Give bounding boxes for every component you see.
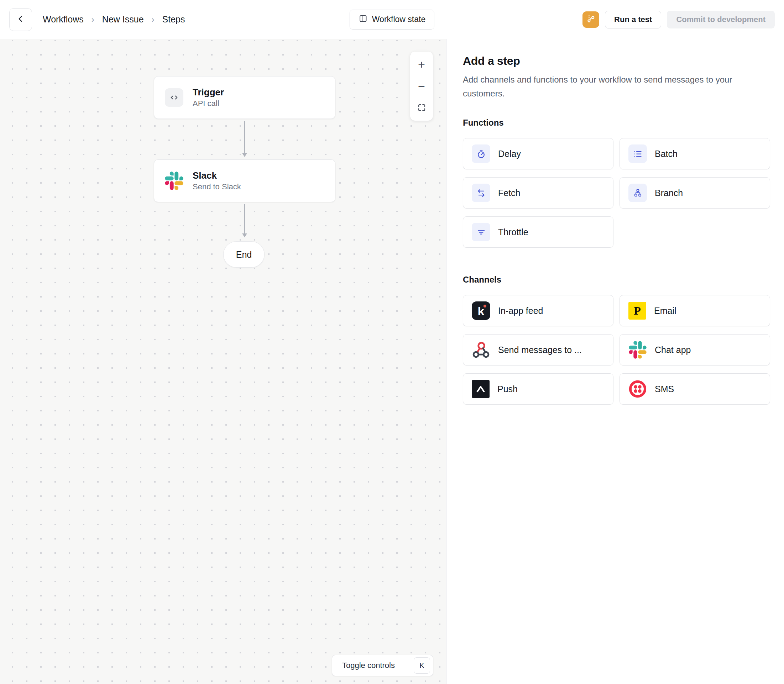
step-card-label: Branch <box>655 188 683 198</box>
topbar: Workflows › New Issue › Steps Workflow s… <box>0 0 784 39</box>
run-test-button[interactable]: Run a test <box>605 11 661 29</box>
step-card-fetch[interactable]: Fetch <box>463 177 613 208</box>
fit-view-button[interactable] <box>410 97 433 118</box>
functions-grid: Delay Batch Fetch <box>463 138 771 248</box>
functions-header: Functions <box>463 118 771 128</box>
step-card-batch[interactable]: Batch <box>619 138 770 169</box>
expo-icon <box>472 380 490 398</box>
filter-lines-icon <box>472 223 490 241</box>
node-text: Slack Send to Slack <box>192 169 241 192</box>
step-card-chat-app[interactable]: Chat app <box>619 334 770 366</box>
node-slack[interactable]: Slack Send to Slack <box>154 160 335 202</box>
main: Trigger API call Slack Send to Slack <box>0 39 784 684</box>
step-card-label: Batch <box>655 149 677 159</box>
connector-arrow <box>244 121 245 153</box>
org-branch-icon <box>629 184 647 202</box>
connector-arrow <box>244 204 245 234</box>
keyboard-shortcut-badge: K <box>414 657 430 674</box>
toggle-controls-button[interactable]: Toggle controls K <box>332 655 433 676</box>
topbar-actions: Run a test Commit to development <box>582 11 775 29</box>
chevron-left-icon <box>16 14 25 24</box>
panel-description: Add channels and functions to your workf… <box>463 73 766 100</box>
step-card-label: Fetch <box>498 188 521 198</box>
add-step-panel: Add a step Add channels and functions to… <box>446 39 784 684</box>
commit-log-button[interactable] <box>582 11 599 28</box>
workflow-canvas[interactable]: Trigger API call Slack Send to Slack <box>0 39 446 684</box>
end-node: End <box>223 241 265 268</box>
zoom-in-button[interactable]: + <box>410 54 433 76</box>
step-card-throttle[interactable]: Throttle <box>463 216 613 248</box>
breadcrumb-separator: › <box>92 15 94 24</box>
step-card-label: Send messages to ... <box>498 345 582 355</box>
end-label: End <box>236 250 252 260</box>
slack-icon <box>165 171 183 190</box>
commit-to-development-button[interactable]: Commit to development <box>667 11 775 29</box>
toggle-controls-label: Toggle controls <box>342 661 395 670</box>
stopwatch-icon <box>472 145 490 163</box>
breadcrumb-new-issue[interactable]: New Issue <box>102 14 144 24</box>
knock-icon: k <box>472 302 490 320</box>
plus-icon: + <box>418 58 425 71</box>
list-icon <box>629 145 647 163</box>
breadcrumb-separator: › <box>152 15 155 24</box>
node-trigger[interactable]: Trigger API call <box>154 76 335 119</box>
zoom-controls: + − <box>410 52 433 121</box>
workflow-state-label: Workflow state <box>372 15 425 24</box>
node-title: Slack <box>192 169 241 182</box>
breadcrumb-workflows[interactable]: Workflows <box>43 14 84 24</box>
side-panel-icon <box>359 14 368 25</box>
fit-view-icon <box>417 103 427 113</box>
git-branch-icon <box>586 14 596 25</box>
webhook-icon <box>472 340 490 359</box>
back-button[interactable] <box>9 8 32 31</box>
step-card-branch[interactable]: Branch <box>619 177 770 208</box>
node-subtitle: API call <box>192 98 224 109</box>
swap-arrows-icon <box>472 184 490 202</box>
node-subtitle: Send to Slack <box>192 182 241 192</box>
channels-header: Channels <box>463 274 771 285</box>
step-card-delay[interactable]: Delay <box>463 138 613 169</box>
node-text: Trigger API call <box>192 86 224 109</box>
channels-grid: k In-app feed P Email <box>463 295 771 405</box>
minus-icon: − <box>418 79 425 93</box>
breadcrumb: Workflows › New Issue › Steps <box>43 14 185 24</box>
step-card-label: Push <box>497 384 518 394</box>
step-card-send-messages[interactable]: Send messages to ... <box>463 334 613 366</box>
slack-icon <box>629 340 647 359</box>
panel-title: Add a step <box>463 54 771 68</box>
step-card-push[interactable]: Push <box>463 373 613 405</box>
zoom-out-button[interactable]: − <box>410 76 433 97</box>
step-card-label: Chat app <box>655 345 691 355</box>
breadcrumb-steps[interactable]: Steps <box>162 14 185 24</box>
twilio-icon <box>629 380 647 398</box>
step-card-label: In-app feed <box>498 306 543 316</box>
code-icon <box>165 88 183 107</box>
step-card-label: Email <box>654 306 676 316</box>
postmark-icon: P <box>629 302 646 319</box>
node-title: Trigger <box>192 86 224 98</box>
step-card-label: SMS <box>655 384 674 394</box>
workflow-state-button[interactable]: Workflow state <box>350 10 434 29</box>
step-card-sms[interactable]: SMS <box>619 373 770 405</box>
step-card-label: Throttle <box>498 227 529 237</box>
step-card-in-app-feed[interactable]: k In-app feed <box>463 295 613 326</box>
step-card-email[interactable]: P Email <box>619 295 770 326</box>
step-card-label: Delay <box>498 149 521 159</box>
